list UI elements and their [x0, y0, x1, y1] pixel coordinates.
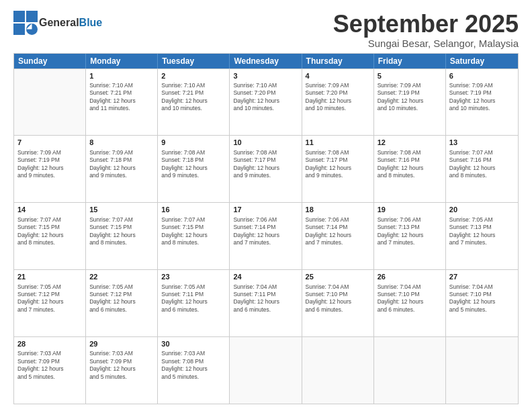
logo-general: General — [39, 17, 79, 28]
cell-info: Sunrise: 7:08 AM Sunset: 7:18 PM Dayligh… — [161, 149, 226, 180]
calendar-cell: 28Sunrise: 7:03 AM Sunset: 7:09 PM Dayli… — [14, 337, 86, 404]
calendar-cell — [374, 337, 446, 404]
page: GeneralBlue September 2025 Sungai Besar,… — [0, 0, 532, 411]
cell-info: Sunrise: 7:06 AM Sunset: 7:14 PM Dayligh… — [233, 216, 298, 247]
cell-info: Sunrise: 7:04 AM Sunset: 7:10 PM Dayligh… — [449, 283, 515, 314]
cell-info: Sunrise: 7:06 AM Sunset: 7:13 PM Dayligh… — [378, 216, 442, 247]
day-number: 14 — [17, 205, 82, 214]
calendar-cell: 6Sunrise: 7:09 AM Sunset: 7:19 PM Daylig… — [446, 69, 518, 136]
day-number: 6 — [449, 71, 515, 81]
cell-info: Sunrise: 7:10 AM Sunset: 7:21 PM Dayligh… — [89, 82, 154, 113]
month-title: September 2025 — [333, 11, 519, 38]
cell-info: Sunrise: 7:07 AM Sunset: 7:15 PM Dayligh… — [17, 216, 82, 247]
calendar-cell: 17Sunrise: 7:06 AM Sunset: 7:14 PM Dayli… — [230, 203, 302, 269]
day-number: 10 — [233, 138, 298, 147]
day-number: 15 — [89, 205, 154, 214]
cell-info: Sunrise: 7:06 AM Sunset: 7:14 PM Dayligh… — [306, 216, 370, 247]
day-number: 23 — [161, 272, 226, 281]
logo: GeneralBlue — [13, 11, 102, 35]
calendar-cell: 19Sunrise: 7:06 AM Sunset: 7:13 PM Dayli… — [374, 203, 446, 269]
day-number: 24 — [233, 272, 298, 281]
day-number: 9 — [161, 138, 226, 147]
day-number: 11 — [306, 138, 370, 147]
logo-icon — [13, 11, 38, 35]
cell-info: Sunrise: 7:05 AM Sunset: 7:13 PM Dayligh… — [449, 216, 515, 247]
calendar-cell: 14Sunrise: 7:07 AM Sunset: 7:15 PM Dayli… — [14, 203, 86, 269]
header: GeneralBlue September 2025 Sungai Besar,… — [13, 11, 519, 49]
header-sunday: Sunday — [14, 54, 86, 68]
cell-info: Sunrise: 7:05 AM Sunset: 7:12 PM Dayligh… — [17, 283, 82, 314]
calendar-row: 1Sunrise: 7:10 AM Sunset: 7:21 PM Daylig… — [14, 68, 518, 136]
cell-info: Sunrise: 7:03 AM Sunset: 7:08 PM Dayligh… — [161, 350, 226, 381]
day-number: 27 — [449, 272, 515, 281]
calendar-cell: 22Sunrise: 7:05 AM Sunset: 7:12 PM Dayli… — [86, 270, 158, 336]
cell-info: Sunrise: 7:04 AM Sunset: 7:10 PM Dayligh… — [378, 283, 442, 314]
calendar: Sunday Monday Tuesday Wednesday Thursday… — [13, 53, 519, 404]
day-number: 3 — [233, 71, 298, 81]
svg-rect-1 — [26, 11, 38, 22]
cell-info: Sunrise: 7:05 AM Sunset: 7:11 PM Dayligh… — [161, 283, 226, 314]
calendar-cell: 11Sunrise: 7:08 AM Sunset: 7:17 PM Dayli… — [302, 136, 374, 202]
calendar-cell: 2Sunrise: 7:10 AM Sunset: 7:21 PM Daylig… — [158, 69, 230, 136]
cell-info: Sunrise: 7:08 AM Sunset: 7:17 PM Dayligh… — [306, 149, 370, 180]
calendar-cell: 20Sunrise: 7:05 AM Sunset: 7:13 PM Dayli… — [446, 203, 518, 269]
cell-info: Sunrise: 7:04 AM Sunset: 7:11 PM Dayligh… — [233, 283, 298, 314]
calendar-row: 7Sunrise: 7:09 AM Sunset: 7:19 PM Daylig… — [14, 135, 518, 202]
cell-info: Sunrise: 7:08 AM Sunset: 7:16 PM Dayligh… — [378, 149, 442, 180]
day-number: 29 — [89, 339, 154, 349]
calendar-cell: 27Sunrise: 7:04 AM Sunset: 7:10 PM Dayli… — [446, 270, 518, 336]
day-number: 17 — [233, 205, 298, 214]
day-number: 21 — [17, 272, 82, 281]
header-thursday: Thursday — [302, 54, 374, 68]
calendar-cell: 29Sunrise: 7:03 AM Sunset: 7:09 PM Dayli… — [86, 337, 158, 404]
cell-info: Sunrise: 7:10 AM Sunset: 7:20 PM Dayligh… — [233, 82, 298, 113]
day-number: 18 — [306, 205, 370, 214]
calendar-cell: 10Sunrise: 7:08 AM Sunset: 7:17 PM Dayli… — [230, 136, 302, 202]
calendar-cell: 24Sunrise: 7:04 AM Sunset: 7:11 PM Dayli… — [230, 270, 302, 336]
day-number: 4 — [306, 71, 370, 81]
calendar-header: Sunday Monday Tuesday Wednesday Thursday… — [14, 54, 518, 68]
calendar-cell: 4Sunrise: 7:09 AM Sunset: 7:20 PM Daylig… — [302, 69, 374, 136]
cell-info: Sunrise: 7:07 AM Sunset: 7:15 PM Dayligh… — [161, 216, 226, 247]
calendar-cell: 21Sunrise: 7:05 AM Sunset: 7:12 PM Dayli… — [14, 270, 86, 336]
cell-info: Sunrise: 7:03 AM Sunset: 7:09 PM Dayligh… — [17, 350, 82, 381]
calendar-cell: 8Sunrise: 7:09 AM Sunset: 7:18 PM Daylig… — [86, 136, 158, 202]
day-number: 28 — [17, 339, 82, 349]
calendar-cell: 1Sunrise: 7:10 AM Sunset: 7:21 PM Daylig… — [86, 69, 158, 136]
calendar-cell: 26Sunrise: 7:04 AM Sunset: 7:10 PM Dayli… — [374, 270, 446, 336]
cell-info: Sunrise: 7:09 AM Sunset: 7:18 PM Dayligh… — [89, 149, 154, 180]
logo-blue: Blue — [79, 17, 103, 28]
calendar-cell — [302, 337, 374, 404]
calendar-row: 14Sunrise: 7:07 AM Sunset: 7:15 PM Dayli… — [14, 202, 518, 269]
cell-info: Sunrise: 7:03 AM Sunset: 7:09 PM Dayligh… — [89, 350, 154, 381]
cell-info: Sunrise: 7:05 AM Sunset: 7:12 PM Dayligh… — [89, 283, 154, 314]
calendar-cell: 7Sunrise: 7:09 AM Sunset: 7:19 PM Daylig… — [14, 136, 86, 202]
cell-info: Sunrise: 7:09 AM Sunset: 7:20 PM Dayligh… — [306, 82, 370, 113]
calendar-cell: 5Sunrise: 7:09 AM Sunset: 7:19 PM Daylig… — [374, 69, 446, 136]
cell-info: Sunrise: 7:07 AM Sunset: 7:16 PM Dayligh… — [449, 149, 515, 180]
day-number: 30 — [161, 339, 226, 349]
day-number: 8 — [89, 138, 154, 147]
calendar-row: 21Sunrise: 7:05 AM Sunset: 7:12 PM Dayli… — [14, 269, 518, 336]
cell-info: Sunrise: 7:07 AM Sunset: 7:15 PM Dayligh… — [89, 216, 154, 247]
day-number: 1 — [89, 71, 154, 81]
header-monday: Monday — [86, 54, 158, 68]
day-number: 7 — [17, 138, 82, 147]
calendar-cell — [14, 69, 86, 136]
calendar-cell: 16Sunrise: 7:07 AM Sunset: 7:15 PM Dayli… — [158, 203, 230, 269]
cell-info: Sunrise: 7:10 AM Sunset: 7:21 PM Dayligh… — [161, 82, 226, 113]
calendar-row: 28Sunrise: 7:03 AM Sunset: 7:09 PM Dayli… — [14, 336, 518, 404]
header-friday: Friday — [374, 54, 446, 68]
calendar-cell — [230, 337, 302, 404]
calendar-cell: 15Sunrise: 7:07 AM Sunset: 7:15 PM Dayli… — [86, 203, 158, 269]
calendar-body: 1Sunrise: 7:10 AM Sunset: 7:21 PM Daylig… — [14, 68, 518, 404]
cell-info: Sunrise: 7:04 AM Sunset: 7:10 PM Dayligh… — [306, 283, 370, 314]
header-wednesday: Wednesday — [230, 54, 302, 68]
calendar-cell — [446, 337, 518, 404]
cell-info: Sunrise: 7:08 AM Sunset: 7:17 PM Dayligh… — [233, 149, 298, 180]
day-number: 25 — [306, 272, 370, 281]
day-number: 20 — [449, 205, 515, 214]
calendar-cell: 25Sunrise: 7:04 AM Sunset: 7:10 PM Dayli… — [302, 270, 374, 336]
day-number: 16 — [161, 205, 226, 214]
calendar-cell: 12Sunrise: 7:08 AM Sunset: 7:16 PM Dayli… — [374, 136, 446, 202]
